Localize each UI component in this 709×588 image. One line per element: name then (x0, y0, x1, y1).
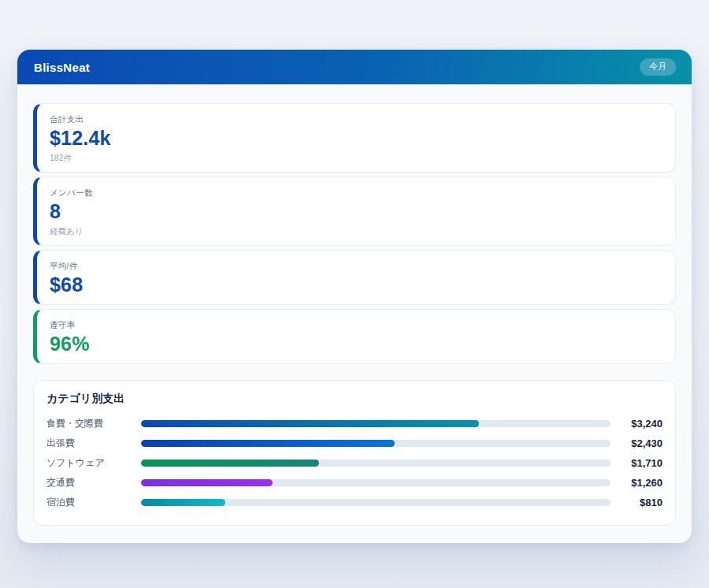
category-row: 食費・交際費 $3,240 (46, 414, 663, 434)
category-label: 交通費 (46, 476, 141, 489)
stat-value: $68 (50, 274, 663, 296)
period-badge[interactable]: 今月 (640, 58, 676, 76)
app-title: BlissNeat (34, 61, 90, 74)
stat-card-average-per-item: 平均/件 $68 (33, 250, 676, 305)
stat-label: 遵守率 (50, 319, 663, 330)
category-bar-track (141, 460, 611, 467)
dashboard-content: 合計支出 $12.4k 182件 メンバー数 8 経費あり 平均/件 $68 遵… (17, 84, 692, 543)
stat-value: 96% (50, 333, 663, 355)
category-value: $1,260 (617, 477, 663, 489)
stat-label: 平均/件 (50, 260, 663, 271)
category-bar-fill (141, 499, 225, 506)
category-row: 交通費 $1,260 (46, 473, 663, 493)
category-value: $2,430 (617, 437, 663, 449)
category-bar-track (141, 499, 611, 506)
app-header: BlissNeat 今月 (17, 50, 692, 84)
category-label: 出張費 (46, 437, 141, 450)
category-label: 宿泊費 (46, 496, 141, 509)
category-value: $810 (617, 497, 663, 508)
category-spend-card: カテゴリ別支出 食費・交際費 $3,240 出張費 $2,430 ソフトウェア (33, 380, 676, 526)
category-label: ソフトウェア (46, 456, 141, 470)
stat-card-compliance-rate: 遵守率 96% (33, 309, 676, 364)
stat-card-total-spend: 合計支出 $12.4k 182件 (33, 103, 676, 173)
category-row: 出張費 $2,430 (46, 434, 663, 453)
category-bar-track (141, 440, 611, 447)
category-bar-fill (141, 479, 273, 486)
category-section-title: カテゴリ別支出 (46, 392, 663, 404)
dashboard-panel: BlissNeat 今月 合計支出 $12.4k 182件 メンバー数 8 経費… (17, 50, 692, 543)
category-label: 食費・交際費 (46, 417, 141, 430)
stat-card-member-count: メンバー数 8 経費あり (33, 177, 676, 246)
stat-label: 合計支出 (50, 114, 663, 125)
stat-value: 8 (50, 200, 663, 222)
stat-subtext: 182件 (50, 152, 663, 163)
category-value: $1,710 (617, 457, 663, 469)
stat-label: メンバー数 (50, 187, 663, 198)
stat-subtext: 経費あり (50, 225, 663, 236)
category-bar-fill (141, 460, 319, 467)
category-row: 宿泊費 $810 (46, 493, 663, 512)
category-value: $3,240 (617, 418, 663, 430)
category-bar-track (141, 420, 611, 427)
category-bar-track (141, 479, 611, 486)
category-bar-fill (141, 440, 395, 447)
category-bar-fill (141, 420, 479, 427)
category-row: ソフトウェア $1,710 (46, 453, 663, 473)
stat-value: $12.4k (50, 127, 663, 149)
